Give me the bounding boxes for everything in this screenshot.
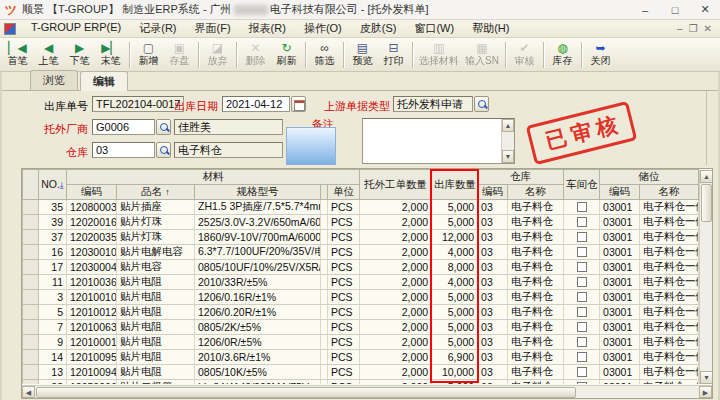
scroll-down-icon[interactable]: ▼ [502,150,514,163]
cell-spec[interactable]: 0805/2K/±5% [195,320,321,335]
calendar-icon[interactable] [291,96,306,112]
cell-location-code[interactable]: 03001 [600,335,640,350]
workshop-checkbox[interactable] [577,232,587,242]
print-button[interactable]: ⊟打印 [378,39,409,71]
workshop-checkbox[interactable] [577,352,587,362]
cell-warehouse-code[interactable]: 03 [478,290,508,305]
cell-work-order-qty[interactable]: 2,000 [360,215,432,230]
cell-unit[interactable]: PCS [328,380,360,385]
cell-code[interactable]: 12050006 [67,380,117,385]
cell-no[interactable]: 5 [39,305,67,320]
cell-out-qty[interactable]: 12,000 [432,230,478,245]
row-selector[interactable] [23,245,39,260]
close-doc-button[interactable]: ➥关闭 [585,39,616,71]
cell-workshop-checkbox[interactable] [564,245,600,260]
upstream-lookup-icon[interactable] [474,96,489,112]
cell-location-code[interactable]: 03001 [600,200,640,215]
cell-name[interactable]: 贴片电阻 [117,275,195,290]
first-record-button[interactable]: ▏◀首笔 [2,39,33,71]
cell-no[interactable]: 17 [39,260,67,275]
cell-no[interactable]: 11 [39,275,67,290]
cell-unit[interactable]: PCS [328,275,360,290]
cell-spec[interactable]: 0805/10UF/10%/25V/X5R/85℃ [195,260,321,275]
cell-out-qty[interactable]: 5,000 [432,320,478,335]
menu-item-7[interactable]: 窗口(W) [405,20,463,37]
cell-no[interactable]: 35 [39,200,67,215]
cell-workshop-checkbox[interactable] [564,260,600,275]
vertical-scrollbar[interactable]: ▲ ▼ [699,170,712,384]
cell-no[interactable]: 7 [39,320,67,335]
row-selector[interactable] [23,350,39,365]
cell-spec[interactable]: LL-34/4148/200MA/75V [195,380,321,385]
cell-no[interactable]: 14 [39,350,67,365]
cell-out-qty[interactable]: 5,000 [432,290,478,305]
cell-name[interactable]: 贴片二极管 [117,380,195,385]
menu-item-2[interactable]: 记录(R) [130,20,185,37]
workshop-checkbox[interactable] [577,217,587,227]
cell-location-code[interactable]: 03001 [600,290,640,305]
row-selector[interactable] [23,230,39,245]
cell-workshop-checkbox[interactable] [564,335,600,350]
prev-record-button[interactable]: ◀上笔 [33,39,64,71]
cell-location-code[interactable]: 03001 [600,365,640,380]
cell-spec[interactable]: 1206/0R/±5% [195,335,321,350]
cell-warehouse-name[interactable]: 电子料仓 [508,320,564,335]
cell-work-order-qty[interactable]: 2,000 [360,290,432,305]
cell-out-qty[interactable]: 5,000 [432,335,478,350]
row-selector[interactable] [23,380,39,385]
cell-name[interactable]: 贴片电解电容 [117,245,195,260]
cell-name[interactable]: 贴片插座 [117,200,195,215]
new-button[interactable]: ▢新增 [133,39,164,71]
row-selector[interactable] [23,365,39,380]
minimize-button[interactable]: – [630,0,660,19]
cell-warehouse-code[interactable]: 03 [478,245,508,260]
unit-header[interactable]: 单位 [328,185,360,200]
cell-name[interactable]: 贴片电阻 [117,350,195,365]
inventory-button[interactable]: ◍库存 [547,39,578,71]
cell-name[interactable]: 贴片灯珠 [117,215,195,230]
cell-code[interactable]: 12020016 [67,215,117,230]
cell-narrow[interactable] [321,350,328,365]
cell-no[interactable]: 37 [39,230,67,245]
last-record-button[interactable]: ▶▏末笔 [95,39,126,71]
cell-warehouse-code[interactable]: 03 [478,350,508,365]
cell-code[interactable]: 12030010 [67,245,117,260]
cell-workshop-checkbox[interactable] [564,290,600,305]
cell-spec[interactable]: 1206/0.20R/±1% [195,305,321,320]
cell-warehouse-code[interactable]: 03 [478,335,508,350]
cell-work-order-qty[interactable]: 2,000 [360,305,432,320]
cell-warehouse-name[interactable]: 电子料仓 [508,200,564,215]
cell-workshop-checkbox[interactable] [564,230,600,245]
cell-location-name[interactable]: 电子料仓一储 [640,305,699,320]
cell-narrow[interactable] [321,260,328,275]
cell-name[interactable]: 贴片电阻 [117,320,195,335]
cell-unit[interactable]: PCS [328,305,360,320]
filter-button[interactable]: ∞筛选 [309,39,340,71]
cell-warehouse-code[interactable]: 03 [478,230,508,245]
cell-warehouse-name[interactable]: 电子料仓 [508,380,564,385]
cell-narrow[interactable] [321,305,328,320]
mdi-close-button[interactable]: ✕ [704,23,712,34]
remark-textarea[interactable]: ▲▼ [362,118,515,164]
cell-narrow[interactable] [321,365,328,380]
warehouse-code-field[interactable]: 03 [92,142,155,158]
cell-out-qty[interactable]: 4,000 [432,275,478,290]
spec-header[interactable]: 规格型号 [195,185,321,200]
cell-location-name[interactable]: 电子料仓一储 [640,245,699,260]
cell-spec[interactable]: ZH1.5 3P插座/7.5*5.7*4mm [195,200,321,215]
cell-spec[interactable]: 6.3*7.7/100UF/20%/35V/电解/105℃ [195,245,321,260]
cell-warehouse-name[interactable]: 电子料仓 [508,350,564,365]
cell-unit[interactable]: PCS [328,200,360,215]
name-header[interactable]: 品名 ↑ [117,185,195,200]
row-selector[interactable] [23,200,39,215]
cell-no[interactable]: 39 [39,215,67,230]
scroll-down-icon[interactable]: ▼ [700,371,712,384]
cell-narrow[interactable] [321,320,328,335]
cell-spec[interactable]: 1206/0.16R/±1% [195,290,321,305]
cell-spec[interactable]: 2010/33R/±5% [195,275,321,290]
menu-item-3[interactable]: 界面(F) [186,20,240,37]
horizontal-scrollbar[interactable]: ◀ ▶ [22,385,712,398]
cell-unit[interactable]: PCS [328,335,360,350]
cell-location-name[interactable]: 电子料仓一储 [640,365,699,380]
cell-narrow[interactable] [321,380,328,385]
